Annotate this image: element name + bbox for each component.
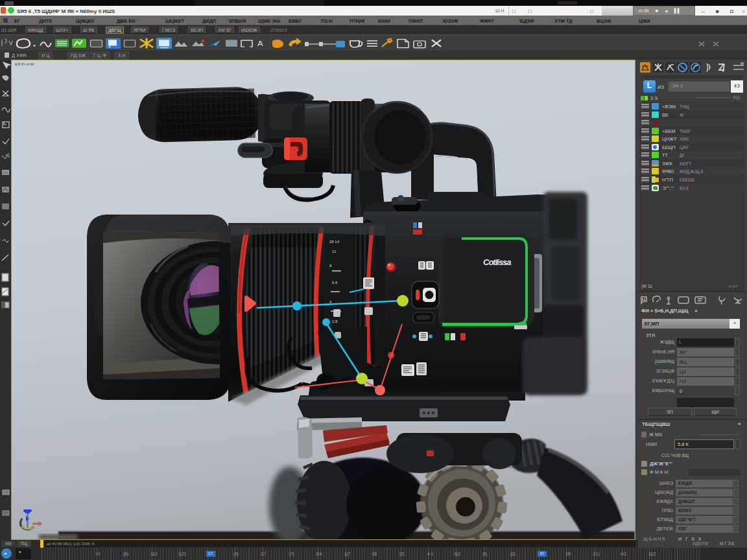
svg-text:A: A [257, 40, 263, 48]
svg-text:11: 11 [332, 250, 337, 253]
svg-text:Cotlissa: Cotlissa [483, 257, 511, 267]
svg-text:28 14: 28 14 [329, 240, 340, 244]
svg-text:5.6: 5.6 [332, 281, 338, 285]
svg-text:2.8: 2.8 [332, 320, 338, 323]
svg-text:ЕЯ Ю Н М: ЕЯ Ю Н М [15, 62, 34, 66]
